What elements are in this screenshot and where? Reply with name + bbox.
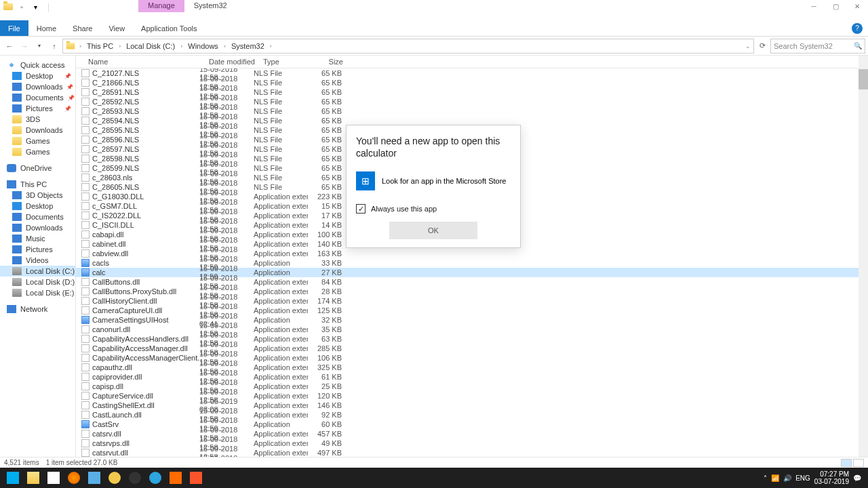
file-row[interactable]: CastingShellExt.dll15-05-2019 03:08 ...A… [76, 401, 868, 410]
taskbar-firefox[interactable] [64, 468, 84, 488]
sidebar-item[interactable]: Local Disk (D:) [0, 277, 75, 287]
file-row[interactable]: C_28594.NLS15-09-2018 12:58 ...NLS File6… [76, 116, 868, 125]
file-row[interactable]: CastLaunch.dll15-09-2018 12:58 ...Applic… [76, 410, 868, 420]
scrollbar-thumb[interactable] [859, 69, 868, 89]
sidebar-item[interactable]: Local Disk (E:) [0, 287, 75, 298]
file-row[interactable]: catsrvut.dll15-09-2018 12:58 ...Applicat… [76, 448, 868, 457]
forward-button[interactable]: → [18, 39, 31, 53]
sidebar-item[interactable]: Local Disk (C:) [0, 266, 75, 277]
taskbar-telegram[interactable] [145, 468, 165, 488]
file-row[interactable]: capiprovider.dll15-09-2018 12:58 ...Appl… [76, 372, 868, 382]
help-icon[interactable]: ? [852, 23, 863, 34]
start-button[interactable] [3, 468, 23, 488]
sidebar-item[interactable]: Pictures📌 [0, 103, 75, 114]
maximize-button[interactable]: ▢ [825, 0, 846, 12]
ok-button[interactable]: OK [389, 222, 477, 239]
file-row[interactable]: C_28591.NLS15-09-2018 12:58 ...NLS File6… [76, 87, 868, 97]
sidebar-item[interactable]: Music [0, 233, 75, 244]
file-row[interactable]: CastSrv15-09-2018 12:59 ...Application60… [76, 420, 868, 429]
chevron-right-icon[interactable]: › [78, 43, 83, 49]
sidebar-item[interactable]: 3DS [0, 114, 75, 125]
column-headers[interactable]: Name Date modified Type Size [76, 56, 868, 68]
sidebar-item[interactable]: Games [0, 146, 75, 157]
file-row[interactable]: cabview.dll15-09-2018 12:58 ...Applicati… [76, 249, 868, 258]
file-row[interactable]: catsrv.dll15-09-2018 12:58 ...Applicatio… [76, 429, 868, 439]
thumb-view-button[interactable] [853, 459, 864, 467]
tray-chevron-icon[interactable]: ˄ [764, 474, 767, 482]
column-type[interactable]: Type [259, 58, 313, 66]
sidebar-item[interactable]: Downloads [0, 125, 75, 136]
file-row[interactable]: C_28592.NLS15-09-2018 12:58 ...NLS File6… [76, 97, 868, 106]
sidebar-network[interactable]: Network [0, 304, 75, 314]
tray-volume-icon[interactable]: 🔊 [783, 474, 791, 482]
home-tab[interactable]: Home [28, 20, 64, 36]
file-row[interactable]: catsrvps.dll15-09-2018 12:58 ...Applicat… [76, 439, 868, 448]
search-input[interactable]: Search System32 🔍 [770, 39, 865, 54]
file-row[interactable]: CallButtons.ProxyStub.dll15-09-2018 12:5… [76, 287, 868, 296]
column-size[interactable]: Size [313, 58, 347, 66]
sidebar-item[interactable]: Desktop📌 [0, 70, 75, 81]
file-row[interactable]: CapabilityAccessManager.dll15-09-2018 12… [76, 344, 868, 353]
file-row[interactable]: CallHistoryClient.dll15-09-2018 12:58 ..… [76, 296, 868, 306]
file-row[interactable]: CaptureService.dll15-09-2018 12:58 ...Ap… [76, 391, 868, 401]
taskbar-app[interactable] [125, 468, 145, 488]
file-row[interactable]: C_21027.NLS15-09-2018 12:58 ...NLS File6… [76, 68, 868, 78]
file-row[interactable]: CapabilityAccessManagerClient.dll15-09-2… [76, 353, 868, 363]
file-row[interactable]: capisp.dll15-09-2018 12:58 ...Applicatio… [76, 382, 868, 391]
sidebar-item[interactable]: Documents📌 [0, 92, 75, 103]
chevron-right-icon[interactable]: › [269, 43, 273, 49]
file-row[interactable]: cacls15-09-2018 12:59 ...Application33 K… [76, 258, 868, 268]
close-button[interactable]: ✕ [846, 0, 868, 12]
sidebar-this-pc[interactable]: This PC [0, 179, 75, 190]
sidebar-item[interactable]: Documents [0, 211, 75, 222]
file-row[interactable]: capauthz.dll15-09-2018 12:58 ...Applicat… [76, 363, 868, 372]
address-bar[interactable]: › This PC › Local Disk (C:) › Windows › … [62, 39, 754, 54]
qat-dropdown-icon[interactable]: ▾ [30, 1, 41, 12]
file-row[interactable]: CapabilityAccessHandlers.dll15-09-2018 1… [76, 334, 868, 344]
tray-clock[interactable]: 07:27 PM 03-07-2019 [814, 470, 849, 485]
chevron-right-icon[interactable]: › [179, 43, 184, 49]
back-button[interactable]: ← [3, 39, 16, 53]
chevron-right-icon[interactable]: › [117, 43, 122, 49]
application-tools-tab[interactable]: Application Tools [133, 20, 205, 36]
breadcrumb[interactable]: This PC [85, 42, 115, 50]
taskbar-app[interactable] [104, 468, 125, 488]
taskbar-mail[interactable] [43, 468, 64, 488]
file-tab[interactable]: File [0, 20, 28, 36]
sidebar-item[interactable]: Downloads📌 [0, 81, 75, 92]
breadcrumb[interactable]: System32 [230, 42, 266, 50]
sidebar-item[interactable]: 3D Objects [0, 190, 75, 201]
system-tray[interactable]: ˄ 📶 🔊 ENG 07:27 PM 03-07-2019 💬 [764, 470, 865, 485]
share-tab[interactable]: Share [64, 20, 100, 36]
sidebar-item[interactable]: Pictures [0, 244, 75, 255]
always-use-checkbox[interactable]: ✓ Always use this app [356, 204, 511, 214]
details-view-button[interactable] [841, 459, 852, 467]
scrollbar-track[interactable] [859, 56, 868, 457]
minimize-button[interactable]: ─ [803, 0, 825, 12]
address-dropdown-icon[interactable]: ⌄ [745, 43, 751, 49]
taskbar-brave[interactable] [186, 468, 206, 488]
sidebar-quick-access[interactable]: Quick access [0, 60, 75, 70]
taskbar-explorer[interactable] [23, 468, 43, 488]
view-tab[interactable]: View [100, 20, 133, 36]
sidebar-onedrive[interactable]: OneDrive [0, 163, 75, 174]
column-date[interactable]: Date modified [205, 58, 259, 66]
file-row[interactable]: CallButtons.dll15-09-2018 12:58 ...Appli… [76, 277, 868, 287]
file-row[interactable]: C_28593.NLS15-09-2018 12:58 ...NLS File6… [76, 106, 868, 116]
taskbar[interactable]: ˄ 📶 🔊 ENG 07:27 PM 03-07-2019 💬 [0, 468, 868, 488]
breadcrumb[interactable]: Windows [186, 42, 220, 50]
file-row[interactable]: CameraCaptureUI.dll15-09-2018 12:58 ...A… [76, 306, 868, 315]
up-button[interactable]: ↑ [47, 39, 61, 53]
navigation-pane[interactable]: Quick access Desktop📌Downloads📌Documents… [0, 56, 76, 457]
chevron-right-icon[interactable]: › [222, 43, 227, 49]
taskbar-app[interactable] [84, 468, 104, 488]
breadcrumb[interactable]: Local Disk (C:) [125, 42, 176, 50]
taskbar-app[interactable] [165, 468, 186, 488]
column-name[interactable]: Name [84, 58, 205, 66]
sidebar-item[interactable]: Games [0, 136, 75, 146]
manage-tab[interactable]: Manage [138, 0, 184, 12]
recent-button[interactable]: ▾ [33, 39, 46, 53]
qat-save-icon[interactable]: ▫ [16, 1, 27, 12]
notifications-icon[interactable]: 💬 [853, 474, 861, 482]
sidebar-item[interactable]: Videos [0, 255, 75, 266]
